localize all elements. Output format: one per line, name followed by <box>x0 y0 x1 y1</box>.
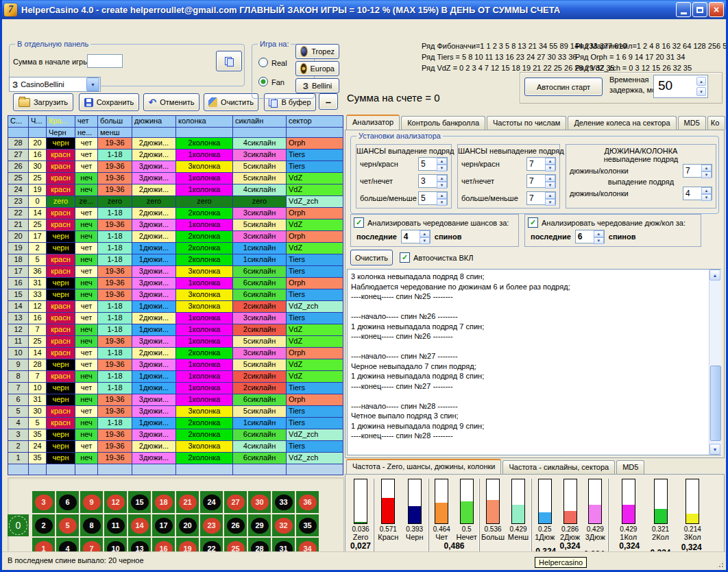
delay-up-button[interactable]: ▲ <box>696 77 706 86</box>
freq-tab-1[interactable]: Частота - Zero, шансы, дюжины, колонки <box>346 459 501 474</box>
scroll-down-icon[interactable]: ▼ <box>709 444 720 455</box>
clear-button[interactable]: Очистить <box>204 93 258 111</box>
chances-miss-spinner-1[interactable]: 7▲▼ <box>526 157 556 171</box>
history-cell: 1колонка <box>176 219 233 231</box>
chances-miss-spinner-3-up-icon[interactable]: ▲ <box>545 192 555 199</box>
dozen-miss-spinner-down-icon[interactable]: ▼ <box>701 171 712 178</box>
roulette-number-29[interactable]: 29 <box>248 514 271 536</box>
chances-hit-spinner-3-down-icon[interactable]: ▼ <box>437 199 447 206</box>
tab-6[interactable]: Ко <box>707 116 725 130</box>
last-spins-dozen-spinner-up-icon[interactable]: ▲ <box>594 230 604 237</box>
chances-miss-spinner-2-up-icon[interactable]: ▲ <box>545 175 555 182</box>
save-button[interactable]: Сохранить <box>79 93 139 111</box>
undo-button[interactable]: ↶Отменить <box>143 93 199 111</box>
roulette-number-12[interactable]: 12 <box>104 491 127 513</box>
minimize-button[interactable] <box>676 2 691 17</box>
chevron-down-icon[interactable]: ▼ <box>86 78 99 91</box>
roulette-number-36[interactable]: 36 <box>296 491 319 513</box>
chances-hit-spinner-3[interactable]: 5▲▼ <box>418 191 448 205</box>
dozen-miss-spinner-up-icon[interactable]: ▲ <box>701 165 712 171</box>
casino-select[interactable]: З CasinoBellini ▼ <box>9 77 101 92</box>
roulette-number-0[interactable]: 0 <box>8 514 29 536</box>
chances-miss-spinner-2[interactable]: 7▲▼ <box>526 174 556 188</box>
last-spins-dozen-spinner[interactable]: 6▲▼ <box>575 230 605 243</box>
analyzer-log[interactable]: 3 колонка невыпадала подряд 8 спин; Набл… <box>347 269 721 455</box>
roulette-number-5[interactable]: 5 <box>56 514 79 536</box>
roulette-number-14[interactable]: 14 <box>128 514 151 536</box>
freq-tab-3[interactable]: MD5 <box>616 460 644 474</box>
chances-miss-spinner-3[interactable]: 7▲▼ <box>526 191 556 205</box>
roulette-number-11[interactable]: 11 <box>104 514 127 536</box>
delay-down-button[interactable]: ▼ <box>696 87 706 96</box>
history-cell: 14 <box>29 208 47 219</box>
autoclear-checkbox[interactable]: ✓ <box>400 252 410 263</box>
casino-button-bellini[interactable]: ЗBellini <box>295 78 339 93</box>
roulette-number-27[interactable]: 27 <box>224 491 247 513</box>
tab-4[interactable]: Деление колеса на сектора <box>568 116 676 130</box>
collapse-button[interactable]: – <box>319 93 338 110</box>
dozen-hit-spinner-up-icon[interactable]: ▲ <box>701 187 712 194</box>
chances-hit-spinner-2[interactable]: 3▲▼ <box>418 174 448 188</box>
roulette-number-3[interactable]: 3 <box>32 491 55 513</box>
radio-fan[interactable]: Fan <box>258 77 284 86</box>
roulette-number-2[interactable]: 2 <box>32 514 55 536</box>
sum-start-input[interactable] <box>87 54 123 68</box>
roulette-number-24[interactable]: 24 <box>200 491 223 513</box>
chances-hit-spinner-2-up-icon[interactable]: ▲ <box>437 175 447 182</box>
last-spins-chances-spinner-down-icon[interactable]: ▼ <box>420 237 430 244</box>
delay-spinner[interactable]: 50 ▲ ▼ <box>653 75 708 98</box>
close-button[interactable]: × <box>709 2 724 17</box>
last-spins-chances-spinner[interactable]: 4▲▼ <box>401 230 430 243</box>
last-spins-dozen-spinner-down-icon[interactable]: ▼ <box>594 237 604 244</box>
tab-2[interactable]: Контроль банкролла <box>401 116 485 130</box>
chances-miss-spinner-1-down-icon[interactable]: ▼ <box>545 165 555 171</box>
detach-panel-button[interactable] <box>216 51 242 71</box>
load-button[interactable]: Загрузить <box>13 93 73 111</box>
roulette-number-17[interactable]: 17 <box>152 514 175 536</box>
roulette-number-33[interactable]: 33 <box>272 491 295 513</box>
roulette-number-9[interactable]: 9 <box>80 491 103 513</box>
tab-3[interactable]: Частоты по числам <box>487 116 566 130</box>
tab-5[interactable]: MD5 <box>678 116 706 130</box>
freq-tab-2[interactable]: Частота - сиклайны, сектора <box>502 460 615 474</box>
roulette-number-21[interactable]: 21 <box>176 491 199 513</box>
dozen-miss-spinner[interactable]: 7▲▼ <box>683 164 712 178</box>
chances-hit-spinner-2-down-icon[interactable]: ▼ <box>437 182 447 189</box>
column-header: Ч... <box>29 116 47 128</box>
roulette-number-20[interactable]: 20 <box>176 514 199 536</box>
roulette-number-6[interactable]: 6 <box>56 491 79 513</box>
chances-miss-spinner-2-down-icon[interactable]: ▼ <box>545 182 555 189</box>
maximize-button[interactable] <box>692 2 707 17</box>
roulette-number-32[interactable]: 32 <box>272 514 295 536</box>
autospin-start-button[interactable]: Автоспин старт <box>524 78 603 96</box>
roulette-number-8[interactable]: 8 <box>80 514 103 536</box>
chances-hit-spinner-1[interactable]: 5▲▼ <box>418 157 448 171</box>
alternation-chances-checkbox[interactable]: ✓ <box>354 217 364 228</box>
scrollbar-thumb[interactable] <box>710 366 721 441</box>
roulette-number-26[interactable]: 26 <box>224 514 247 536</box>
clear-log-button[interactable]: Очистить <box>350 250 393 265</box>
roulette-number-18[interactable]: 18 <box>152 491 175 513</box>
scroll-up-icon[interactable]: ▲ <box>709 270 720 281</box>
roulette-number-30[interactable]: 30 <box>248 491 271 513</box>
tab-1[interactable]: Анализатор <box>346 115 400 130</box>
resize-grip[interactable] <box>716 560 725 569</box>
alternation-dozen-checkbox[interactable]: ✓ <box>528 217 538 228</box>
log-scrollbar[interactable]: ▲ ▼ <box>709 270 721 455</box>
roulette-number-35[interactable]: 35 <box>296 514 319 536</box>
chances-hit-spinner-3-up-icon[interactable]: ▲ <box>437 192 447 199</box>
history-cell: черн <box>47 278 75 289</box>
chances-miss-spinner-1-up-icon[interactable]: ▲ <box>545 158 555 165</box>
dozen-hit-spinner-down-icon[interactable]: ▼ <box>701 194 712 201</box>
chances-hit-spinner-1-down-icon[interactable]: ▼ <box>437 165 447 171</box>
radio-real[interactable]: Real <box>258 58 287 67</box>
freq-bar-Чет <box>435 479 448 524</box>
chances-miss-spinner-3-down-icon[interactable]: ▼ <box>545 199 555 206</box>
chances-hit-spinner-1-up-icon[interactable]: ▲ <box>437 158 447 165</box>
roulette-number-23[interactable]: 23 <box>200 514 223 536</box>
casino-button-tropez[interactable]: Tropez <box>295 44 339 59</box>
casino-button-europa[interactable]: Europa <box>295 61 339 76</box>
last-spins-chances-spinner-up-icon[interactable]: ▲ <box>420 230 430 237</box>
dozen-hit-spinner[interactable]: 4▲▼ <box>683 187 712 200</box>
roulette-number-15[interactable]: 15 <box>128 491 151 513</box>
